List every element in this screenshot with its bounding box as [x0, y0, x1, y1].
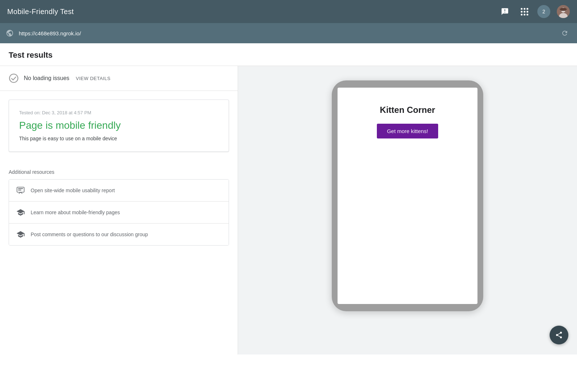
resource-text-learn: Learn more about mobile-friendly pages — [31, 210, 120, 215]
usability-report-icon — [16, 186, 25, 195]
url-input[interactable] — [19, 30, 553, 36]
additional-resources-section: Additional resources Open site-wide mobi… — [0, 160, 238, 251]
test-results-heading: Test results — [0, 43, 577, 66]
svg-rect-8 — [18, 188, 23, 189]
learn-icon — [16, 208, 25, 217]
apps-button[interactable] — [518, 5, 531, 18]
discuss-icon — [16, 230, 25, 239]
additional-resources-title: Additional resources — [9, 169, 229, 175]
notification-button[interactable]: 2 — [537, 5, 550, 18]
feedback-icon — [501, 8, 509, 16]
view-details-link[interactable]: VIEW DETAILS — [76, 76, 110, 81]
resource-item-usability[interactable]: Open site-wide mobile usability report — [9, 180, 229, 202]
notification-count: 2 — [542, 9, 545, 14]
phone-cta-button[interactable]: Get more kittens! — [377, 124, 438, 138]
main-content: Test results No loading issues VIEW DETA… — [0, 43, 577, 392]
apps-grid-icon — [521, 8, 528, 16]
results-layout: No loading issues VIEW DETAILS Tested on… — [0, 66, 577, 354]
svg-rect-5 — [565, 9, 567, 10]
resources-card: Open site-wide mobile usability report L… — [9, 179, 229, 246]
svg-point-6 — [9, 74, 18, 82]
avatar-icon — [557, 5, 570, 18]
share-icon — [555, 331, 563, 339]
mobile-friendly-title: Page is mobile friendly — [19, 120, 219, 131]
refresh-button[interactable] — [558, 27, 571, 40]
app-title: Mobile-Friendly Test — [7, 8, 74, 16]
share-fab-button[interactable] — [550, 326, 568, 344]
user-avatar[interactable] — [557, 5, 570, 18]
mobile-friendly-desc: This page is easy to use on a mobile dev… — [19, 136, 219, 141]
tested-on-text: Tested on: Dec 3, 2018 at 4:57 PM — [19, 110, 219, 115]
check-circle-icon — [9, 73, 19, 83]
left-panel: No loading issues VIEW DETAILS Tested on… — [0, 66, 238, 354]
app-header: Mobile-Friendly Test 2 — [0, 0, 577, 23]
header-actions: 2 — [498, 5, 570, 18]
resource-text-usability: Open site-wide mobile usability report — [31, 188, 115, 193]
refresh-icon — [561, 30, 568, 37]
phone-screen: Kitten Corner Get more kittens! — [338, 88, 477, 304]
loading-status-row: No loading issues VIEW DETAILS — [0, 66, 238, 91]
resource-item-learn[interactable]: Learn more about mobile-friendly pages — [9, 202, 229, 224]
right-panel: Kitten Corner Get more kittens! — [238, 66, 577, 354]
phone-mockup: Kitten Corner Get more kittens! — [332, 80, 483, 311]
svg-rect-4 — [560, 9, 561, 10]
phone-site-title: Kitten Corner — [380, 105, 435, 115]
no-loading-text: No loading issues — [24, 75, 69, 82]
result-card: Tested on: Dec 3, 2018 at 4:57 PM Page i… — [9, 100, 229, 152]
globe-icon — [6, 29, 14, 37]
svg-rect-3 — [560, 8, 566, 11]
feedback-button[interactable] — [498, 5, 511, 18]
url-bar — [0, 23, 577, 43]
resource-item-discuss[interactable]: Post comments or questions to our discus… — [9, 224, 229, 245]
svg-rect-9 — [18, 190, 21, 190]
resource-text-discuss: Post comments or questions to our discus… — [31, 232, 148, 237]
